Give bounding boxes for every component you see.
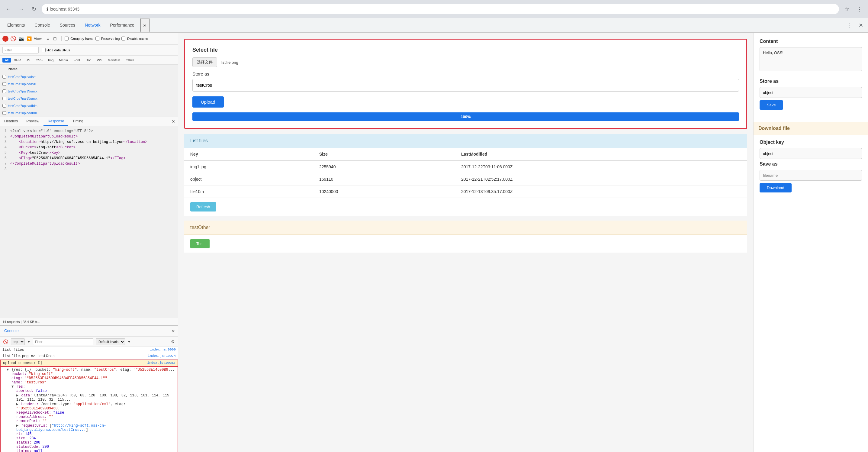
tab-timing[interactable]: Timing bbox=[68, 117, 88, 126]
disable-cache-label[interactable]: Disable cache bbox=[121, 36, 148, 40]
request-checkbox[interactable] bbox=[2, 97, 6, 100]
save-as-input[interactable] bbox=[760, 170, 862, 181]
console-filter-input[interactable] bbox=[33, 338, 93, 345]
list-view-button[interactable]: ≡ bbox=[44, 35, 51, 42]
object-key-input[interactable] bbox=[760, 148, 862, 159]
tab-sources[interactable]: Sources bbox=[55, 18, 80, 32]
test-button[interactable]: Test bbox=[190, 239, 210, 248]
tab-preview[interactable]: Preview bbox=[22, 117, 43, 126]
content-section: Content Hello, OSS! bbox=[760, 39, 862, 74]
expand-arrow[interactable]: ▶ bbox=[16, 402, 19, 406]
save-button[interactable]: Save bbox=[760, 100, 783, 110]
tab-elements[interactable]: Elements bbox=[2, 18, 30, 32]
bookmark-button[interactable]: ☆ bbox=[842, 4, 852, 14]
choose-file-button[interactable]: 选择文件 bbox=[192, 57, 217, 67]
upload-button[interactable]: Upload bbox=[192, 96, 224, 108]
sidebar-store-as-input[interactable] bbox=[760, 87, 862, 98]
console-source[interactable]: index.js:19982 bbox=[147, 361, 175, 365]
request-checkbox[interactable] bbox=[2, 111, 6, 115]
grid-view-button[interactable]: ⊞ bbox=[52, 35, 58, 42]
type-ws[interactable]: WS bbox=[95, 58, 105, 63]
type-xhr[interactable]: XHR bbox=[11, 58, 23, 63]
request-checkbox[interactable] bbox=[2, 89, 6, 93]
response-close-button[interactable]: ✕ bbox=[168, 117, 178, 126]
type-media[interactable]: Media bbox=[57, 58, 70, 63]
file-lastmodified: 2017-12-13T09:35:17.000Z bbox=[455, 185, 747, 198]
record-button[interactable] bbox=[2, 36, 8, 42]
type-css[interactable]: CSS bbox=[33, 58, 45, 63]
log-property: statusCode: 200 bbox=[7, 445, 175, 449]
preserve-log-checkbox[interactable] bbox=[95, 36, 99, 40]
type-other[interactable]: Other bbox=[123, 58, 136, 63]
col-size: Size bbox=[313, 148, 455, 160]
request-item[interactable]: testCros?partNumb... bbox=[0, 95, 178, 102]
request-checkbox[interactable] bbox=[2, 104, 6, 108]
console-close-button[interactable]: ✕ bbox=[168, 329, 178, 334]
type-doc[interactable]: Doc bbox=[83, 58, 94, 63]
request-item[interactable]: testCros?uploadId=... bbox=[0, 102, 178, 109]
expand-arrow[interactable]: ▶ bbox=[16, 424, 19, 428]
filter-toggle-button[interactable]: 🔽 bbox=[26, 36, 32, 42]
reload-button[interactable]: ↻ bbox=[29, 4, 39, 14]
type-js[interactable]: JS bbox=[24, 58, 33, 63]
request-item[interactable]: testCros?uploads= bbox=[0, 80, 178, 88]
filter-input[interactable] bbox=[2, 47, 39, 54]
menu-button[interactable]: ⋮ bbox=[855, 4, 864, 14]
type-font[interactable]: Font bbox=[71, 58, 83, 63]
console-source[interactable]: index.js:19974 bbox=[148, 354, 176, 358]
tab-headers[interactable]: Headers bbox=[0, 117, 22, 126]
screenshot-button[interactable]: 📷 bbox=[18, 36, 24, 42]
expand-arrow[interactable]: ▼ bbox=[7, 368, 9, 372]
save-as-title: Save as bbox=[760, 161, 862, 167]
preserve-log-label[interactable]: Preserve log bbox=[95, 36, 120, 40]
sidebar-divider bbox=[760, 117, 862, 117]
expand-arrow[interactable]: ▶ bbox=[16, 393, 19, 398]
forward-button[interactable]: → bbox=[16, 4, 26, 14]
devtools-settings-button[interactable]: ⋮ bbox=[845, 21, 855, 30]
response-panel: Headers Preview Response Timing ✕ 1<?xml… bbox=[0, 117, 178, 318]
file-size: 10240000 bbox=[313, 185, 455, 198]
console-level-select[interactable]: Default levels bbox=[96, 338, 125, 345]
request-checkbox[interactable] bbox=[2, 82, 6, 86]
console-log-detail: ▼ {res: {…}, bucket: "king-soft", name: … bbox=[0, 367, 178, 452]
tab-network[interactable]: Network bbox=[80, 18, 105, 32]
tab-console-main[interactable]: Console bbox=[0, 326, 23, 336]
request-name: testCros?uploads= bbox=[8, 82, 36, 86]
tab-performance[interactable]: Performance bbox=[105, 18, 139, 32]
console-clear-button[interactable]: 🚫 bbox=[2, 339, 8, 345]
devtools-close-button[interactable]: ✕ bbox=[856, 21, 866, 30]
hide-data-urls-label[interactable]: Hide data URLs bbox=[42, 48, 70, 52]
group-by-frame-label[interactable]: Group by frame bbox=[65, 36, 93, 40]
console-context-select[interactable]: top bbox=[11, 338, 25, 345]
request-item[interactable]: testCros?uploadId=... bbox=[0, 109, 178, 117]
address-bar[interactable]: ℹ localhost:63343 bbox=[42, 4, 839, 14]
console-settings-button[interactable]: ⚙ bbox=[170, 339, 176, 345]
browser-chrome: ← → ↻ ℹ localhost:63343 ☆ ⋮ Elements Con… bbox=[0, 0, 868, 33]
download-button[interactable]: Download bbox=[760, 183, 792, 192]
object-key-title: Object key bbox=[760, 140, 862, 145]
request-item[interactable]: testCros?partNumb... bbox=[0, 88, 178, 95]
type-img[interactable]: Img bbox=[45, 58, 56, 63]
type-all[interactable]: All bbox=[2, 58, 11, 63]
console-source[interactable]: index.js:9999 bbox=[150, 348, 176, 352]
more-tabs-button[interactable]: » bbox=[141, 18, 150, 32]
group-by-frame-checkbox[interactable] bbox=[65, 36, 68, 40]
log-property: name: "testCros" bbox=[7, 381, 175, 385]
refresh-button[interactable]: Refresh bbox=[190, 202, 216, 211]
download-file-header: Download file bbox=[753, 122, 868, 135]
view-buttons: ≡ ⊞ bbox=[44, 35, 58, 42]
expand-arrow[interactable]: ▼ bbox=[11, 385, 13, 389]
tab-response[interactable]: Response bbox=[43, 117, 68, 126]
type-manifest[interactable]: Manifest bbox=[105, 58, 123, 63]
back-button[interactable]: ← bbox=[4, 4, 13, 14]
store-as-input[interactable] bbox=[192, 79, 739, 92]
file-key: object bbox=[184, 173, 313, 185]
console-panel: Console ✕ 🚫 top ▼ Default levels ▼ ⚙ lis… bbox=[0, 325, 178, 452]
request-checkbox[interactable] bbox=[2, 75, 6, 79]
tab-console[interactable]: Console bbox=[30, 18, 55, 32]
disable-cache-checkbox[interactable] bbox=[121, 36, 125, 40]
clear-button[interactable]: 🚫 bbox=[10, 36, 16, 42]
hide-data-urls-checkbox[interactable] bbox=[42, 48, 45, 52]
devtools-right-icons: ⋮ ✕ bbox=[845, 18, 866, 32]
request-item[interactable]: testCros?uploads= bbox=[0, 73, 178, 80]
